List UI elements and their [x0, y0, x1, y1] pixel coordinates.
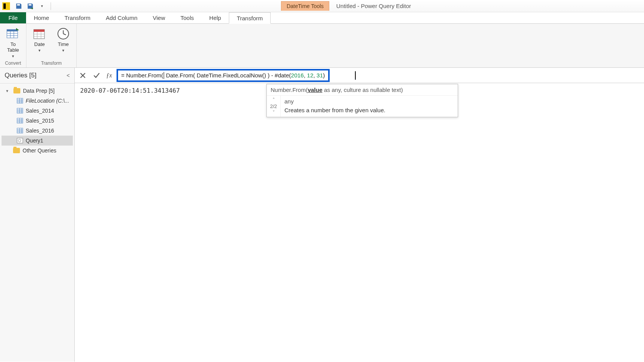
query-label: Sales_2016: [26, 128, 54, 134]
folder-label: Other Queries: [23, 147, 56, 154]
tab-view[interactable]: View: [145, 12, 173, 23]
intellisense-tooltip: Number.From(value as any, culture as nul…: [266, 84, 458, 117]
query-sales-2014[interactable]: Sales_2014: [2, 106, 73, 116]
app-icon: [2, 2, 10, 10]
date-label: Date: [34, 42, 44, 48]
param-description: Creates a number from the given value.: [284, 107, 454, 113]
query-label: FileLocation (C:\...: [26, 98, 69, 104]
formula-bar: ƒx = Number.From( Date.From( DateTime.Fi…: [75, 68, 644, 83]
group-label-convert: Convert: [5, 60, 21, 67]
formula-text: ): [323, 72, 325, 79]
sig-text: Number.From(: [271, 87, 308, 93]
formula-input[interactable]: = Number.From( Date.From( DateTime.Fixed…: [117, 69, 329, 82]
ribbon-group-transform: Date ▼ Time ▼ Transform: [26, 24, 77, 67]
query-icon: [17, 138, 23, 143]
table-icon: [17, 108, 23, 113]
save-icon[interactable]: [15, 2, 23, 10]
chevron-down-icon: ▼: [38, 49, 41, 52]
param-type: any: [284, 98, 454, 105]
formula-number: 31: [317, 72, 323, 79]
table-icon: [17, 128, 23, 133]
tab-context-transform[interactable]: Transform: [229, 12, 271, 24]
group-label-transform: Transform: [41, 60, 62, 67]
query-label: Query1: [26, 138, 43, 144]
to-table-label: To Table: [7, 42, 19, 53]
query-query1[interactable]: Query1: [2, 136, 73, 146]
formula-text: ,: [314, 72, 317, 79]
chevron-down-icon: ▼: [12, 54, 15, 58]
chevron-down-icon[interactable]: ˅: [273, 110, 275, 115]
overload-nav: ˄ 2/2 ˅: [267, 96, 281, 117]
folder-data-prep[interactable]: ▾ Data Prep [5]: [2, 86, 73, 96]
svg-rect-7: [34, 29, 44, 32]
signature-row: Number.From(value as any, culture as nul…: [267, 84, 458, 96]
query-sales-2015[interactable]: Sales_2015: [2, 116, 73, 126]
collapse-pane-icon[interactable]: <: [67, 72, 70, 79]
folder-label: Data Prep [5]: [23, 88, 55, 94]
quick-access-toolbar: ▾: [12, 2, 55, 10]
formula-text: ,: [304, 72, 307, 79]
folder-icon: [13, 148, 20, 153]
tab-tools[interactable]: Tools: [173, 12, 202, 23]
edit-caret: [355, 71, 356, 80]
chevron-up-icon[interactable]: ˄: [273, 97, 275, 103]
content-area: ƒx = Number.From( Date.From( DateTime.Fi…: [75, 68, 644, 362]
time-button[interactable]: Time ▼: [54, 27, 72, 52]
folder-icon: [13, 88, 20, 93]
svg-rect-1: [7, 29, 18, 31]
time-label: Time: [58, 42, 69, 48]
save-as-icon[interactable]: [26, 2, 34, 10]
separator: [51, 2, 51, 10]
sig-current-param: value: [308, 87, 322, 93]
date-button[interactable]: Date ▼: [30, 27, 49, 52]
ribbon: To Table ▼ Convert Date ▼ Time ▼ Tran: [0, 24, 644, 68]
qat-dropdown-icon[interactable]: ▾: [38, 2, 46, 10]
table-icon: [6, 27, 20, 41]
formula-text: = Number.From(: [121, 72, 163, 79]
table-icon: [17, 118, 23, 123]
tab-help[interactable]: Help: [202, 12, 229, 23]
text-cursor: [164, 72, 164, 79]
window-title: Untitled - Power Query Editor: [329, 1, 418, 11]
title-bar: ▾ DateTime Tools Untitled - Power Query …: [0, 0, 644, 12]
queries-pane-header: Queries [5] <: [0, 68, 74, 84]
formula-number: 2016: [291, 72, 304, 79]
calendar-icon: [33, 27, 46, 41]
chevron-down-icon: ▼: [62, 49, 65, 52]
ribbon-tab-strip: File Home Transform Add Column View Tool…: [0, 12, 644, 24]
contextual-tool-label: DateTime Tools: [281, 1, 329, 11]
tab-add-column[interactable]: Add Column: [98, 12, 145, 23]
folder-other-queries[interactable]: Other Queries: [2, 146, 73, 156]
fx-icon[interactable]: ƒx: [105, 72, 113, 79]
to-table-button[interactable]: To Table ▼: [4, 27, 22, 58]
commit-formula-icon[interactable]: [91, 70, 102, 81]
cancel-formula-icon[interactable]: [77, 70, 89, 81]
formula-text: Date.From( DateTime.FixedLocalNow() ) - …: [164, 72, 291, 79]
clock-icon: [56, 27, 70, 41]
queries-pane: Queries [5] < ▾ Data Prep [5] FileLocati…: [0, 68, 75, 362]
tab-transform[interactable]: Transform: [57, 12, 98, 23]
query-label: Sales_2015: [26, 118, 54, 124]
tab-file[interactable]: File: [0, 12, 26, 23]
formula-number: 12: [307, 72, 314, 79]
query-sales-2016[interactable]: Sales_2016: [2, 126, 73, 136]
queries-title: Queries [5]: [5, 72, 36, 79]
query-filelocation[interactable]: FileLocation (C:\...: [2, 96, 73, 106]
queries-tree: ▾ Data Prep [5] FileLocation (C:\... Sal…: [0, 84, 74, 158]
query-label: Sales_2014: [26, 108, 54, 114]
tab-home[interactable]: Home: [26, 12, 57, 23]
collapse-icon[interactable]: ▾: [6, 88, 11, 93]
overload-counter: 2/2: [270, 103, 277, 110]
table-icon: [17, 98, 23, 103]
ribbon-group-convert: To Table ▼ Convert: [0, 24, 26, 67]
sig-text: as any, culture as nullable text): [322, 87, 403, 93]
